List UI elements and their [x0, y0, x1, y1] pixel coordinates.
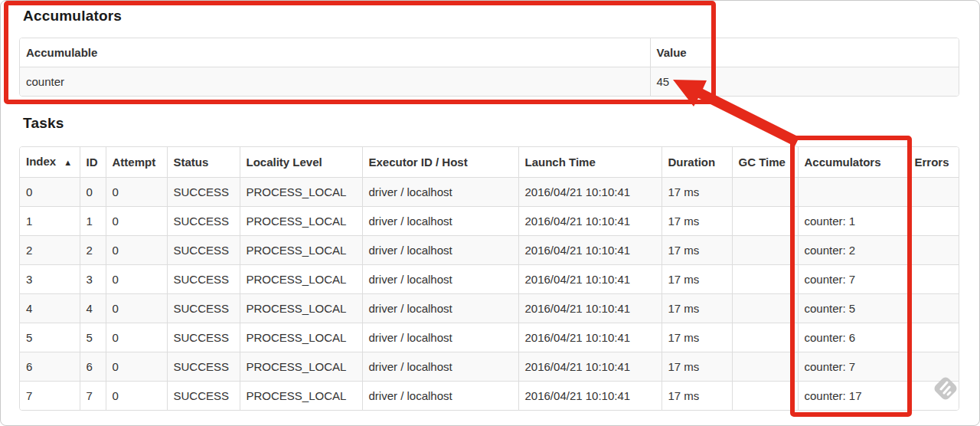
- column-header-index[interactable]: Index▲: [20, 147, 80, 178]
- table-cell: [908, 207, 959, 236]
- table-cell: PROCESS_LOCAL: [240, 323, 362, 352]
- table-cell: 2016/04/21 10:10:41: [518, 294, 662, 323]
- table-cell: counter: 7: [798, 352, 908, 382]
- table-cell: 0: [106, 294, 167, 323]
- column-header-accumulable: Accumulable: [20, 38, 650, 67]
- table-cell: 4: [80, 294, 106, 323]
- table-cell: [732, 236, 798, 265]
- column-header-errors[interactable]: Errors: [908, 147, 959, 178]
- table-cell: [732, 382, 798, 411]
- table-cell: 2016/04/21 10:10:41: [518, 178, 662, 207]
- table-cell: SUCCESS: [167, 265, 240, 294]
- table-cell: 6: [80, 352, 106, 382]
- table-cell: SUCCESS: [167, 382, 240, 411]
- table-cell: PROCESS_LOCAL: [240, 236, 362, 265]
- table-cell: 5: [80, 323, 106, 352]
- table-cell: 4: [20, 294, 80, 323]
- table-cell: [908, 236, 959, 265]
- table-cell: driver / localhost: [362, 265, 518, 294]
- table-cell: 7: [20, 382, 80, 411]
- table-cell: 3: [80, 265, 106, 294]
- table-cell: driver / localhost: [362, 323, 518, 352]
- column-header-attempt[interactable]: Attempt: [106, 147, 167, 178]
- table-row: 110SUCCESSPROCESS_LOCALdriver / localhos…: [20, 207, 959, 236]
- table-cell: PROCESS_LOCAL: [240, 352, 362, 382]
- table-cell: 17 ms: [662, 294, 732, 323]
- spark-ui-stage-page: Accumulators AccumulableValuecounter45 T…: [0, 0, 980, 426]
- table-row: counter45: [20, 67, 959, 97]
- tasks-table: Index▲IDAttemptStatusLocality LevelExecu…: [20, 147, 959, 410]
- tasks-section-title: Tasks: [23, 115, 64, 132]
- column-header-launch-time[interactable]: Launch Time: [518, 147, 662, 178]
- table-cell: [908, 294, 959, 323]
- column-header-status[interactable]: Status: [167, 147, 240, 178]
- table-cell: driver / localhost: [362, 207, 518, 236]
- table-cell: SUCCESS: [167, 294, 240, 323]
- table-header-row: AccumulableValue: [20, 38, 959, 67]
- table-cell: 7: [80, 382, 106, 411]
- table-cell: 2: [20, 236, 80, 265]
- table-cell: 0: [106, 178, 167, 207]
- column-header-gc-time[interactable]: GC Time: [732, 147, 798, 178]
- table-cell: [732, 207, 798, 236]
- table-row: 660SUCCESSPROCESS_LOCALdriver / localhos…: [20, 352, 959, 382]
- table-cell: 0: [20, 178, 80, 207]
- table-cell: 17 ms: [662, 178, 732, 207]
- table-cell: counter: 7: [798, 265, 908, 294]
- table-row: 330SUCCESSPROCESS_LOCALdriver / localhos…: [20, 265, 959, 294]
- accumulators-section-title: Accumulators: [23, 8, 122, 25]
- table-cell: 17 ms: [662, 207, 732, 236]
- table-cell: 2016/04/21 10:10:41: [518, 236, 662, 265]
- table-cell: PROCESS_LOCAL: [240, 207, 362, 236]
- watermark-icon: [928, 371, 963, 406]
- table-cell: PROCESS_LOCAL: [240, 265, 362, 294]
- table-row: 770SUCCESSPROCESS_LOCALdriver / localhos…: [20, 382, 959, 411]
- table-cell: PROCESS_LOCAL: [240, 382, 362, 411]
- table-cell: counter: [20, 67, 650, 97]
- table-cell: counter: 2: [798, 236, 908, 265]
- table-cell: 1: [80, 207, 106, 236]
- table-cell: [732, 178, 798, 207]
- table-cell: driver / localhost: [362, 236, 518, 265]
- table-cell: [908, 265, 959, 294]
- table-cell: SUCCESS: [167, 207, 240, 236]
- table-cell: 17 ms: [662, 323, 732, 352]
- table-cell: SUCCESS: [167, 323, 240, 352]
- column-header-accumulators[interactable]: Accumulators: [798, 147, 908, 178]
- sort-ascending-icon: ▲: [64, 158, 72, 167]
- table-cell: PROCESS_LOCAL: [240, 294, 362, 323]
- table-row: 550SUCCESSPROCESS_LOCALdriver / localhos…: [20, 323, 959, 352]
- accumulators-table: AccumulableValuecounter45: [20, 38, 959, 96]
- table-cell: 2016/04/21 10:10:41: [518, 382, 662, 411]
- table-cell: 0: [106, 207, 167, 236]
- table-cell: driver / localhost: [362, 294, 518, 323]
- table-cell: [908, 178, 959, 207]
- table-cell: 0: [80, 178, 106, 207]
- table-cell: 17 ms: [662, 236, 732, 265]
- table-cell: 0: [106, 236, 167, 265]
- table-cell: 0: [106, 265, 167, 294]
- table-cell: SUCCESS: [167, 178, 240, 207]
- table-cell: counter: 6: [798, 323, 908, 352]
- table-cell: 2016/04/21 10:10:41: [518, 265, 662, 294]
- column-header-locality-level[interactable]: Locality Level: [240, 147, 362, 178]
- table-cell: 3: [20, 265, 80, 294]
- table-row: 220SUCCESSPROCESS_LOCALdriver / localhos…: [20, 236, 959, 265]
- table-row: 440SUCCESSPROCESS_LOCALdriver / localhos…: [20, 294, 959, 323]
- table-cell: 2016/04/21 10:10:41: [518, 323, 662, 352]
- table-cell: [732, 294, 798, 323]
- column-header-duration[interactable]: Duration: [662, 147, 732, 178]
- table-cell: counter: 5: [798, 294, 908, 323]
- table-cell: 45: [650, 67, 959, 97]
- table-cell: 0: [106, 382, 167, 411]
- column-header-id[interactable]: ID: [80, 147, 106, 178]
- column-header-value: Value: [650, 38, 959, 67]
- tasks-table-container: Index▲IDAttemptStatusLocality LevelExecu…: [19, 146, 959, 411]
- table-cell: 2: [80, 236, 106, 265]
- table-cell: 2016/04/21 10:10:41: [518, 207, 662, 236]
- table-cell: [798, 178, 908, 207]
- accumulators-table-container: AccumulableValuecounter45: [19, 38, 959, 97]
- column-header-executor-id-host[interactable]: Executor ID / Host: [362, 147, 518, 178]
- table-row: 000SUCCESSPROCESS_LOCALdriver / localhos…: [20, 178, 959, 207]
- table-cell: 17 ms: [662, 352, 732, 382]
